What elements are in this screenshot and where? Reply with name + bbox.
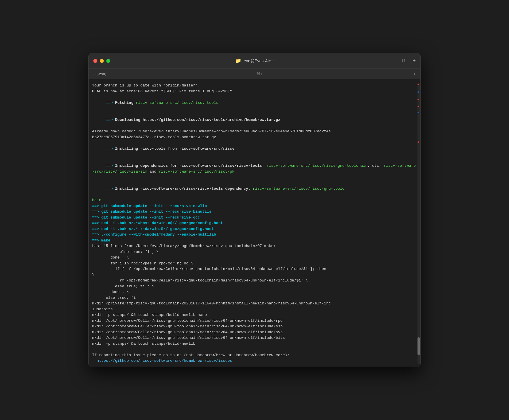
line-22: rm /opt/homebrew/Cellar/riscv-gnu-toolch… xyxy=(92,278,417,284)
tab-bar: ~ (-zsh) ⌘1 + xyxy=(89,69,420,80)
line-30: mkdir /opt/homebrew/Cellar/riscv-gnu-too… xyxy=(92,329,417,335)
minimize-button[interactable] xyxy=(100,59,104,63)
new-tab-plus-icon[interactable]: + xyxy=(413,71,416,77)
scrollbar-track[interactable] xyxy=(417,83,420,364)
line-33 xyxy=(92,346,417,352)
terminal-window: 📁 eve@Eves-Air:~ 11 + ~ (-zsh) ⌘1 + Your… xyxy=(88,53,421,367)
title-text: eve@Eves-Air:~ xyxy=(244,59,274,63)
scroll-marker-3 xyxy=(417,91,419,93)
line-18: else true; fi ; \ xyxy=(92,249,417,255)
line-23: else true; fi ; \ xyxy=(92,284,417,289)
line-19: done ; \ xyxy=(92,255,417,261)
tab-shortcut: ⌘1 xyxy=(257,72,262,76)
scroll-marker-6 xyxy=(417,141,419,143)
folder-icon: 📁 xyxy=(235,58,241,64)
titlebar: 📁 eve@Eves-Air:~ 11 + xyxy=(89,53,420,69)
line-21b: \ xyxy=(92,272,417,278)
line-26b: lude/bits xyxy=(92,306,417,312)
scroll-marker-4 xyxy=(417,106,419,107)
new-tab-button[interactable]: + xyxy=(412,58,416,64)
line-34: If reporting this issue please do so at … xyxy=(92,352,417,358)
line-25: else true; fi xyxy=(92,295,417,301)
traffic-lights xyxy=(93,59,110,63)
line-5: Already downloaded: /Users/eve/Library/C… xyxy=(92,129,417,134)
line-10: ==> git submodule update --init --recurs… xyxy=(92,203,417,209)
line-9b: hain xyxy=(92,197,417,203)
line-4: ==> Downloading https://github.com/riscv… xyxy=(92,111,417,129)
terminal-body[interactable]: Your branch is up to date with 'origin/m… xyxy=(89,80,420,367)
line-9: ==> Installing riscv-software-src/riscv/… xyxy=(92,180,417,198)
line-31: mkdir /opt/homebrew/Cellar/riscv-gnu-too… xyxy=(92,335,417,341)
line-13: ==> sed -i .bak s/.*=host-darwin.o$// gc… xyxy=(92,220,417,226)
line-11: ==> git submodule update --init --recurs… xyxy=(92,209,417,215)
line-32: mkdir -p stamps/ && touch stamps/build-n… xyxy=(92,341,417,347)
scroll-marker-1 xyxy=(417,84,419,85)
line-16: ==> make xyxy=(92,238,417,244)
scroll-marker-2 xyxy=(417,99,419,100)
tab-number: 11 xyxy=(401,59,406,63)
line-8: ==> Installing dependencies for riscv-so… xyxy=(92,157,417,180)
line-3: ==> Fetching riscv-software-src/riscv/ri… xyxy=(92,94,417,111)
line-1: Your branch is up to date with 'origin/m… xyxy=(92,83,417,89)
line-20: for i in rpc/types.h rpc/xdr.h; do \ xyxy=(92,261,417,266)
line-17: Last 15 lines from /Users/eve/Library/Lo… xyxy=(92,243,417,249)
window-title: 📁 eve@Eves-Air:~ xyxy=(235,58,274,64)
line-6: bb27be9857918a142c6a3477e--riscv-tools-h… xyxy=(92,134,417,140)
line-7: ==> Installing riscv-tools from riscv-so… xyxy=(92,140,417,157)
close-button[interactable] xyxy=(93,59,97,63)
scroll-marker-5 xyxy=(417,112,419,113)
tab-label: ~ (-zsh) xyxy=(93,72,106,76)
line-35[interactable]: https://github.com/riscv-software-src/ho… xyxy=(92,358,417,364)
line-12: ==> git submodule update --init --recurs… xyxy=(92,215,417,221)
line-26: mkdir /private/tmp/riscv-gnu-toolchain-2… xyxy=(92,301,417,306)
line-15: ==> ./configure --with-cmodel=medany --e… xyxy=(92,232,417,238)
scrollbar-thumb[interactable] xyxy=(417,337,420,355)
line-21: if [ -f /opt/homebrew/Cellar/riscv-gnu-t… xyxy=(92,266,417,272)
line-29: mkdir /opt/homebrew/Cellar/riscv-gnu-too… xyxy=(92,324,417,329)
line-28: mkdir /opt/homebrew/Cellar/riscv-gnu-too… xyxy=(92,318,417,324)
line-24: done ; \ xyxy=(92,289,417,295)
line-27: mkdir -p stamps/ && touch stamps/build-n… xyxy=(92,312,417,318)
maximize-button[interactable] xyxy=(106,59,110,63)
tab-zsh[interactable]: ~ (-zsh) xyxy=(93,69,106,79)
line-2: HEAD is now at acbe166 Revert "[GCC]: Fi… xyxy=(92,89,417,94)
line-14: ==> sed -i .bak s/.* x-darwin.$// gcc/gc… xyxy=(92,226,417,232)
